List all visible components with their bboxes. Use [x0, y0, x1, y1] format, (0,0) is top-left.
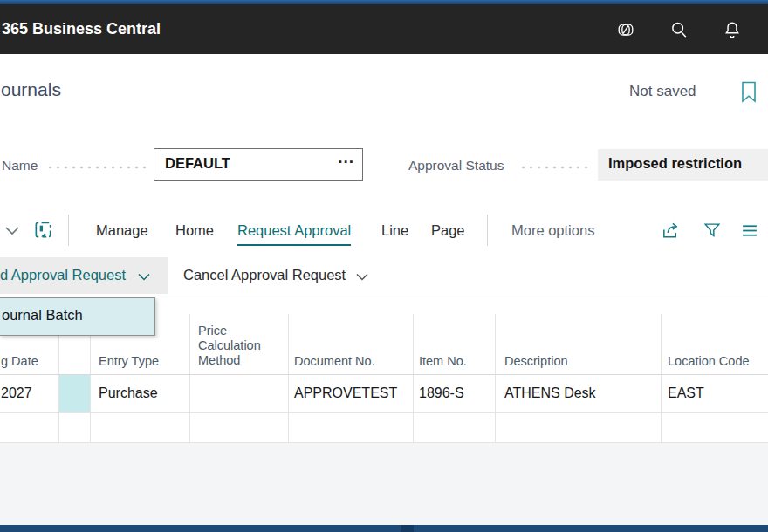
- filter-icon[interactable]: [703, 221, 722, 240]
- cancel-approval-request-label: Cancel Approval Request: [183, 267, 346, 283]
- column-header-location-code[interactable]: Location Code: [662, 314, 768, 375]
- send-approval-request-label: d Approval Request: [0, 267, 126, 283]
- window-bottom-edge: [0, 525, 768, 532]
- app-header: 365 Business Central: [0, 4, 768, 54]
- cell-item-no[interactable]: [414, 413, 496, 443]
- journal-name-value: DEFAULT: [165, 155, 230, 172]
- app-title: 365 Business Central: [2, 4, 161, 54]
- approval-status-label: Approval Status: [408, 158, 504, 174]
- cell-price-calculation-method[interactable]: [190, 413, 289, 443]
- cell-item-no[interactable]: 1896-S: [414, 375, 496, 413]
- cell-location-code[interactable]: EAST: [662, 375, 768, 413]
- journal-name-field[interactable]: DEFAULT ...: [154, 148, 363, 181]
- name-field-label: Name: [2, 158, 38, 174]
- menu-request-approval[interactable]: Request Approval: [237, 222, 351, 246]
- chevron-down-icon: [138, 273, 150, 281]
- assist-edit-button[interactable]: ...: [338, 148, 354, 167]
- cell-selection-indicator[interactable]: [59, 413, 91, 443]
- menu-manage[interactable]: Manage: [96, 222, 148, 239]
- column-header-price-calculation-method[interactable]: Price Calculation Method: [190, 314, 289, 375]
- cell-document-no[interactable]: [289, 413, 414, 443]
- name-leader-dots: [46, 166, 147, 169]
- approval-status-value: Imposed restriction: [608, 155, 742, 172]
- page-title: ournals: [1, 79, 61, 100]
- send-approval-dropdown-menu: ournal Batch: [0, 297, 155, 336]
- share-icon[interactable]: [661, 221, 681, 241]
- window-bottom-notch: [401, 525, 414, 532]
- design-mode-icon[interactable]: [33, 220, 53, 240]
- cell-entry-type[interactable]: Purchase: [91, 375, 190, 413]
- save-status: Not saved: [629, 83, 696, 100]
- business-central-window: 365 Business Central ournals Not saved: [0, 0, 768, 532]
- approval-status-field: Imposed restriction: [598, 149, 768, 181]
- list-icon[interactable]: [740, 222, 759, 240]
- menu-home[interactable]: Home: [175, 222, 214, 239]
- cell-entry-type[interactable]: [91, 413, 190, 443]
- more-options-button[interactable]: More options: [511, 222, 594, 239]
- chevron-down-icon: [356, 273, 368, 281]
- cell-document-no[interactable]: APPROVETEST: [289, 375, 414, 413]
- toolbar-divider: [68, 215, 69, 246]
- cell-posting-date[interactable]: 2027: [0, 375, 59, 413]
- toolbar-divider: [487, 215, 488, 246]
- cell-posting-date[interactable]: [0, 413, 59, 443]
- cell-description[interactable]: ATHENS Desk: [496, 375, 662, 413]
- menu-line[interactable]: Line: [381, 222, 408, 239]
- cell-location-code[interactable]: [662, 413, 768, 443]
- cell-price-calculation-method[interactable]: [190, 375, 289, 413]
- notifications-icon[interactable]: [723, 20, 742, 39]
- column-header-document-no[interactable]: Document No.: [289, 314, 414, 375]
- send-approval-request-button[interactable]: d Approval Request: [0, 257, 168, 294]
- column-header-item-no[interactable]: Item No.: [414, 314, 496, 375]
- column-header-description[interactable]: Description: [496, 314, 662, 375]
- copilot-icon[interactable]: [616, 20, 635, 39]
- content-background: [0, 443, 768, 525]
- approval-status-leader-dots: [519, 166, 587, 169]
- cell-selection-indicator[interactable]: [59, 375, 91, 413]
- bookmark-icon[interactable]: [740, 81, 758, 103]
- cell-description[interactable]: [496, 413, 662, 443]
- menu-page[interactable]: Page: [431, 222, 465, 239]
- search-icon[interactable]: [669, 20, 689, 39]
- chevron-down-icon[interactable]: [4, 225, 20, 235]
- menu-item-journal-batch[interactable]: ournal Batch: [2, 307, 83, 324]
